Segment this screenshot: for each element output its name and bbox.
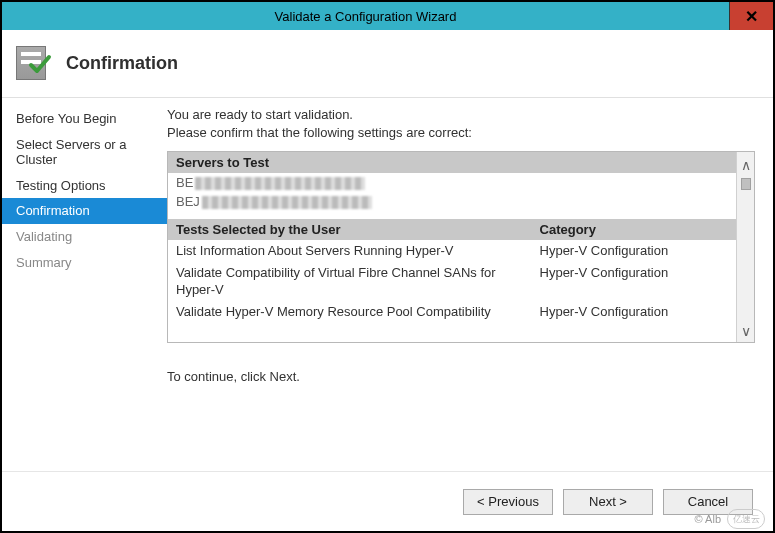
nav-validating: Validating bbox=[2, 224, 167, 250]
settings-listing-inner: Servers to Test BE BEJ Tests Selected by… bbox=[168, 152, 736, 342]
test-name: Validate Hyper-V Memory Resource Pool Co… bbox=[168, 301, 532, 323]
tests-col-category: Category bbox=[532, 219, 736, 240]
previous-button[interactable]: < Previous bbox=[463, 489, 553, 515]
tests-table: Tests Selected by the User Category List… bbox=[168, 219, 736, 323]
table-row: Validate Hyper-V Memory Resource Pool Co… bbox=[168, 301, 736, 323]
window-title: Validate a Configuration Wizard bbox=[2, 9, 729, 24]
test-category: Hyper-V Configuration bbox=[532, 240, 736, 262]
wizard-header: Confirmation bbox=[2, 30, 773, 98]
nav-before-you-begin[interactable]: Before You Begin bbox=[2, 106, 167, 132]
test-category: Hyper-V Configuration bbox=[532, 301, 736, 323]
scroll-up-arrow[interactable]: ∧ bbox=[741, 156, 751, 190]
chevron-down-icon[interactable]: ∨ bbox=[741, 324, 751, 338]
servers-heading: Servers to Test bbox=[168, 152, 736, 173]
intro-line2: Please confirm that the following settin… bbox=[167, 124, 755, 142]
table-row: List Information About Servers Running H… bbox=[168, 240, 736, 262]
server-redacted bbox=[195, 177, 365, 190]
wizard-body: Before You Begin Select Servers or a Clu… bbox=[2, 98, 773, 471]
watermark-logo: 亿速云 bbox=[727, 509, 765, 529]
server-row: BE bbox=[168, 173, 736, 192]
watermark: © Alb 亿速云 bbox=[695, 509, 765, 529]
scroll-thumb[interactable] bbox=[741, 178, 751, 190]
page-title: Confirmation bbox=[66, 53, 178, 74]
server-prefix: BEJ bbox=[176, 194, 200, 209]
nav-summary: Summary bbox=[2, 250, 167, 276]
close-button[interactable]: ✕ bbox=[729, 2, 773, 30]
next-button[interactable]: Next > bbox=[563, 489, 653, 515]
wizard-footer: < Previous Next > Cancel bbox=[2, 471, 773, 531]
title-bar: Validate a Configuration Wizard ✕ bbox=[2, 2, 773, 30]
nav-testing-options[interactable]: Testing Options bbox=[2, 173, 167, 199]
settings-listing: Servers to Test BE BEJ Tests Selected by… bbox=[167, 151, 755, 343]
scrollbar[interactable]: ∧ ∨ bbox=[736, 152, 754, 342]
server-row: BEJ bbox=[168, 192, 736, 211]
wizard-content: You are ready to start validation. Pleas… bbox=[167, 98, 773, 471]
server-prefix: BE bbox=[176, 175, 193, 190]
continue-text: To continue, click Next. bbox=[167, 369, 755, 384]
tests-col-name: Tests Selected by the User bbox=[168, 219, 532, 240]
close-icon: ✕ bbox=[745, 7, 758, 26]
server-redacted bbox=[202, 196, 372, 209]
wizard-window: Validate a Configuration Wizard ✕ Confir… bbox=[0, 0, 775, 533]
table-row: Validate Compatibility of Virtual Fibre … bbox=[168, 262, 736, 301]
test-category: Hyper-V Configuration bbox=[532, 262, 736, 301]
wizard-nav: Before You Begin Select Servers or a Clu… bbox=[2, 98, 167, 471]
chevron-up-icon: ∧ bbox=[741, 157, 751, 173]
intro-text: You are ready to start validation. Pleas… bbox=[167, 106, 755, 141]
wizard-icon bbox=[16, 44, 56, 84]
nav-confirmation[interactable]: Confirmation bbox=[2, 198, 167, 224]
checkmark-icon bbox=[28, 52, 52, 76]
nav-select-servers[interactable]: Select Servers or a Cluster bbox=[2, 132, 167, 173]
intro-line1: You are ready to start validation. bbox=[167, 106, 755, 124]
watermark-text: © Alb bbox=[695, 513, 721, 525]
test-name: Validate Compatibility of Virtual Fibre … bbox=[168, 262, 532, 301]
test-name: List Information About Servers Running H… bbox=[168, 240, 532, 262]
